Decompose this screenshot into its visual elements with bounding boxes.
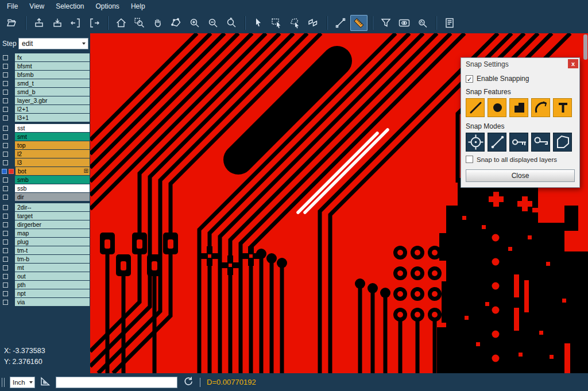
layer-visibility-checkbox[interactable] (3, 126, 8, 131)
layer-row[interactable]: pth (0, 281, 90, 289)
layer-visibility-checkbox[interactable] (3, 64, 8, 69)
mode-point-button[interactable] (488, 133, 506, 152)
open-file-button[interactable] (3, 15, 21, 31)
menu-selection[interactable]: Selection (50, 1, 90, 11)
layer-visibility-checkbox[interactable] (3, 98, 8, 103)
draw-polygon-button[interactable] (168, 15, 185, 31)
layer-row[interactable]: tm-b (0, 255, 90, 263)
layer-row[interactable]: out (0, 272, 90, 280)
menu-options[interactable]: Options (90, 1, 125, 11)
layer-visibility-checkbox[interactable] (3, 274, 8, 279)
layer-row[interactable]: smd_b (0, 88, 90, 96)
layer-row[interactable]: layer_3.gbr (0, 96, 90, 104)
pan-button[interactable] (149, 15, 167, 31)
layer-visibility-checkbox[interactable] (3, 160, 8, 165)
layer-row[interactable]: fx (0, 53, 90, 61)
layer-visibility-checkbox[interactable] (3, 205, 8, 210)
view-options-button[interactable] (396, 15, 413, 31)
snap-text-button[interactable] (553, 98, 572, 117)
exit-right-button[interactable] (86, 15, 103, 31)
layer-row[interactable]: dir (0, 193, 90, 201)
zoom-in-button[interactable] (186, 15, 203, 31)
layer-row[interactable]: smb (0, 176, 90, 184)
mode-contour-button[interactable] (553, 133, 572, 152)
layer-visibility-checkbox[interactable] (3, 214, 8, 219)
zoom-window-button[interactable] (131, 15, 148, 31)
transform-button[interactable] (305, 15, 322, 31)
close-icon[interactable]: x (568, 59, 578, 68)
select-window-button[interactable] (268, 15, 285, 31)
enable-snapping-checkbox[interactable]: ✓ (466, 75, 473, 83)
layer-row[interactable]: ssb (0, 184, 90, 192)
unit-select[interactable]: Inch (10, 377, 35, 388)
layer-visibility-checkbox[interactable] (3, 134, 8, 140)
layer-visibility-checkbox[interactable] (3, 222, 8, 227)
layer-visibility-checkbox[interactable] (3, 107, 8, 112)
menu-file[interactable]: File (1, 1, 24, 11)
layer-row[interactable]: l3+1 (0, 114, 90, 122)
grid-icon[interactable]: ⊞ (84, 167, 88, 175)
step-up-button[interactable] (30, 15, 48, 31)
layer-visibility-checkbox[interactable] (3, 143, 8, 148)
layer-visibility-checkbox[interactable] (3, 265, 8, 270)
snap-pad-button[interactable] (488, 98, 506, 117)
measure-line-button[interactable] (332, 15, 349, 31)
layer-color-swatch[interactable] (9, 169, 14, 174)
layer-row[interactable]: sst (0, 124, 90, 132)
mode-key-horizontal-button[interactable] (509, 133, 528, 152)
layer-visibility-checkbox[interactable] (3, 248, 8, 253)
mode-key-slot-button[interactable] (531, 133, 550, 152)
layer-visibility-checkbox[interactable] (3, 257, 8, 262)
layer-row[interactable]: target (0, 212, 90, 220)
layer-visibility-checkbox[interactable] (3, 177, 8, 183)
menu-view[interactable]: View (24, 1, 50, 11)
layer-visibility-checkbox[interactable] (3, 231, 8, 236)
filter-button[interactable] (377, 15, 394, 31)
measure-input[interactable] (56, 377, 177, 388)
layer-row[interactable]: map (0, 229, 90, 237)
menu-help[interactable]: Help (125, 1, 151, 11)
layer-visibility-checkbox[interactable] (3, 115, 8, 121)
layer-visibility-checkbox[interactable] (3, 300, 8, 305)
layer-row[interactable]: mt (0, 264, 90, 272)
layer-row[interactable]: smt (0, 133, 90, 141)
refresh-button[interactable] (183, 375, 194, 389)
layer-row[interactable]: dirgerber (0, 220, 90, 229)
snap-arc-button[interactable] (531, 98, 550, 117)
step-select[interactable]: edit (18, 38, 88, 49)
mode-center-button[interactable] (466, 133, 485, 152)
select-polygon-button[interactable] (287, 15, 304, 31)
zoom-out-button[interactable] (204, 15, 222, 31)
snap-surface-button[interactable] (509, 98, 528, 117)
layer-visibility-checkbox[interactable] (3, 81, 8, 86)
layer-visibility-checkbox[interactable] (3, 152, 8, 157)
layer-visibility-checkbox[interactable] (3, 186, 8, 191)
report-button[interactable] (441, 15, 458, 31)
angle-tool-button[interactable] (40, 375, 51, 389)
step-down-button[interactable] (49, 15, 66, 31)
diagonal-ruler-button[interactable] (350, 15, 368, 31)
layer-row[interactable]: 2dir-- (0, 203, 90, 211)
dialog-title-bar[interactable]: Snap Settings x (461, 58, 579, 71)
snap-all-layers-checkbox[interactable] (466, 156, 473, 163)
layer-row[interactable]: l2+1 (0, 105, 90, 113)
exit-left-button[interactable] (67, 15, 84, 31)
select-cursor-button[interactable] (250, 15, 267, 31)
layer-visibility-checkbox[interactable] (3, 90, 8, 95)
zoom-reset-button[interactable] (223, 15, 240, 31)
layer-row[interactable]: l3 (0, 158, 90, 167)
layer-row[interactable]: plug (0, 238, 90, 246)
layer-visibility-checkbox[interactable] (3, 55, 8, 60)
home-view-button[interactable] (113, 15, 130, 31)
layer-row[interactable]: bfsmb (0, 71, 90, 79)
layer-row[interactable]: tm-t (0, 246, 90, 254)
snap-line-button[interactable] (466, 98, 485, 117)
layer-visibility-checkbox[interactable] (3, 291, 8, 296)
layer-row[interactable]: via (0, 298, 90, 306)
dialog-close-button[interactable]: Close (466, 169, 575, 182)
layer-row[interactable]: top (0, 141, 90, 149)
layer-row[interactable]: npt (0, 289, 90, 297)
vertical-scrollbar-thumb[interactable] (583, 34, 587, 60)
search-text-button[interactable] (414, 15, 431, 31)
layer-visibility-checkbox[interactable] (3, 195, 8, 200)
